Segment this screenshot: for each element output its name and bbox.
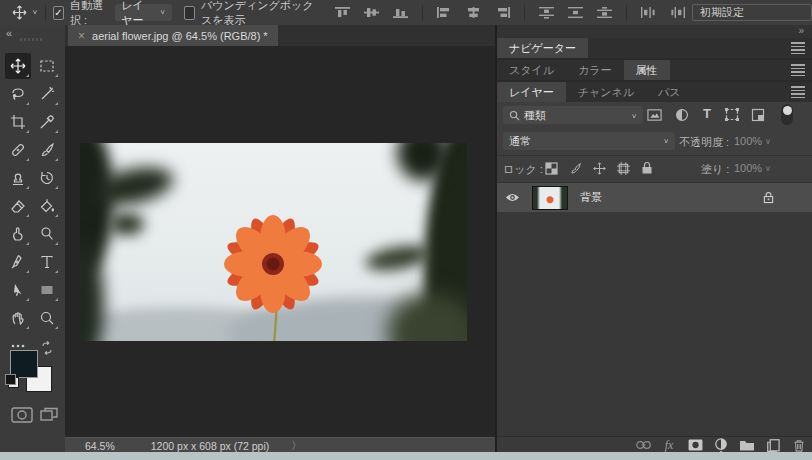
type-tool[interactable]: [34, 249, 60, 275]
close-tab-icon[interactable]: ×: [78, 29, 85, 43]
filter-shape-layers-icon[interactable]: [725, 108, 739, 121]
preset-button[interactable]: 初期設定: [692, 4, 812, 21]
hand-icon: [10, 310, 26, 326]
swap-colors-icon[interactable]: [40, 341, 54, 355]
screen-mode-icon[interactable]: [40, 407, 58, 423]
distribute-bottom-edges-icon[interactable]: [596, 6, 613, 19]
filter-type-layers-icon[interactable]: T: [703, 106, 711, 121]
layer-row-background[interactable]: 背景: [497, 183, 812, 212]
dodge-tool[interactable]: [34, 221, 60, 247]
zoom-level-field[interactable]: 64.5%: [85, 440, 115, 452]
collapse-panels-icon[interactable]: »: [798, 25, 804, 36]
auto-select-checkbox[interactable]: ✓: [53, 6, 64, 20]
align-horizontal-centers-icon[interactable]: [465, 6, 482, 19]
add-mask-icon[interactable]: [682, 438, 708, 453]
tab-paths[interactable]: パス: [646, 82, 693, 102]
filter-smart-objects-icon[interactable]: [751, 108, 765, 122]
marquee-tool[interactable]: [34, 53, 60, 79]
dodge-icon: [39, 226, 55, 242]
search-icon: [509, 110, 520, 121]
filter-toggle-switch[interactable]: [781, 104, 793, 125]
shape-tool[interactable]: [34, 277, 60, 303]
filter-pixel-layers-icon[interactable]: [647, 108, 662, 122]
tab-styles[interactable]: スタイル: [497, 60, 566, 80]
collapse-tools-icon[interactable]: «: [6, 27, 12, 39]
distribute-right-edges-icon[interactable]: [669, 6, 686, 19]
new-layer-icon[interactable]: [760, 438, 786, 453]
layer-filter-dropdown[interactable]: 種類 ∨: [503, 106, 643, 124]
layers-menu-icon[interactable]: [791, 84, 805, 100]
move-tool[interactable]: [5, 53, 31, 79]
divider: [45, 5, 46, 21]
quick-mask-icon[interactable]: [11, 407, 33, 423]
bounding-box-checkbox[interactable]: [184, 6, 195, 20]
filter-adjustment-layers-icon[interactable]: [675, 108, 689, 122]
pen-tool[interactable]: [5, 249, 31, 275]
tab-layers[interactable]: レイヤー: [497, 82, 566, 102]
canvas-image[interactable]: [80, 143, 467, 341]
current-tool-button[interactable]: ∨: [12, 5, 38, 20]
lock-artboard-icon[interactable]: [617, 162, 630, 175]
panel-grip[interactable]: [20, 38, 44, 41]
tool-preset-chevron-icon: ∨: [32, 9, 38, 16]
fill-value[interactable]: 100%: [734, 162, 762, 174]
layer-thumbnail[interactable]: [532, 186, 568, 210]
status-expander-icon[interactable]: 〉: [291, 439, 302, 453]
document-dimensions[interactable]: 1200 px x 608 px (72 ppi): [151, 440, 270, 452]
tab-color[interactable]: カラー: [566, 60, 624, 80]
align-left-edges-icon[interactable]: [436, 6, 453, 19]
crop-tool[interactable]: [5, 109, 31, 135]
align-bottom-edges-icon[interactable]: [392, 6, 409, 19]
hand-tool[interactable]: [5, 305, 31, 331]
lock-pixels-icon[interactable]: [569, 162, 582, 175]
layers-panel-tabs: レイヤー チャンネル パス: [497, 82, 812, 102]
brush-tool[interactable]: [34, 137, 60, 163]
delete-layer-icon[interactable]: [786, 438, 812, 453]
path-selection-tool[interactable]: [5, 277, 31, 303]
document-tab[interactable]: × aerial flower.jpg @ 64.5% (RGB/8) *: [68, 25, 278, 46]
link-layers-icon[interactable]: [630, 438, 656, 453]
layers-bottom-bar: fx: [497, 436, 812, 453]
document-tab-title: aerial flower.jpg @ 64.5% (RGB/8) *: [92, 30, 268, 42]
layer-visibility-toggle[interactable]: [505, 192, 520, 203]
tab-navigator[interactable]: ナビゲーター: [497, 38, 588, 58]
opacity-chevron-icon[interactable]: ∨: [765, 137, 771, 146]
distribute-left-edges-icon[interactable]: [640, 6, 657, 19]
distribute-top-edges-icon[interactable]: [538, 6, 555, 19]
add-adjustment-icon[interactable]: [708, 438, 734, 453]
fill-chevron-icon[interactable]: ∨: [765, 164, 771, 173]
tab-channels[interactable]: チャンネル: [566, 82, 646, 102]
auto-select-mode-dropdown[interactable]: レイヤー ∨: [115, 4, 171, 21]
tab-properties[interactable]: 属性: [624, 60, 670, 80]
lock-transparent-icon[interactable]: [545, 162, 558, 175]
pen-icon: [10, 254, 26, 270]
distribute-vertical-centers-icon[interactable]: [567, 6, 584, 19]
properties-menu-icon[interactable]: [791, 62, 805, 78]
lock-all-icon[interactable]: [641, 161, 653, 175]
align-vertical-centers-icon[interactable]: [363, 6, 380, 19]
lasso-tool[interactable]: [5, 81, 31, 107]
layer-style-fx-icon[interactable]: fx: [656, 438, 682, 453]
magic-wand-tool[interactable]: [34, 81, 60, 107]
default-colors-mini-foreground[interactable]: [5, 374, 16, 385]
properties-panel-tabs: スタイル カラー 属性: [497, 60, 812, 82]
layers-list-empty[interactable]: [497, 212, 812, 436]
layer-name[interactable]: 背景: [580, 190, 602, 205]
align-right-edges-icon[interactable]: [494, 6, 511, 19]
eraser-tool[interactable]: [5, 193, 31, 219]
paint-bucket-tool[interactable]: [34, 193, 60, 219]
clone-stamp-tool[interactable]: [5, 165, 31, 191]
zoom-tool[interactable]: [34, 305, 60, 331]
bounding-box-label: バウンディングボックスを表示: [201, 0, 324, 28]
eyedropper-tool[interactable]: [34, 109, 60, 135]
type-icon: [39, 254, 55, 270]
new-group-icon[interactable]: [734, 438, 760, 453]
spot-healing-tool[interactable]: [5, 137, 31, 163]
lock-position-icon[interactable]: [593, 162, 606, 175]
smudge-tool[interactable]: [5, 221, 31, 247]
blend-mode-dropdown[interactable]: 通常 ∨: [503, 132, 675, 150]
align-top-edges-icon[interactable]: [334, 6, 351, 19]
navigator-menu-icon[interactable]: [791, 40, 805, 56]
opacity-value[interactable]: 100%: [734, 135, 762, 147]
history-brush-tool[interactable]: [34, 165, 60, 191]
